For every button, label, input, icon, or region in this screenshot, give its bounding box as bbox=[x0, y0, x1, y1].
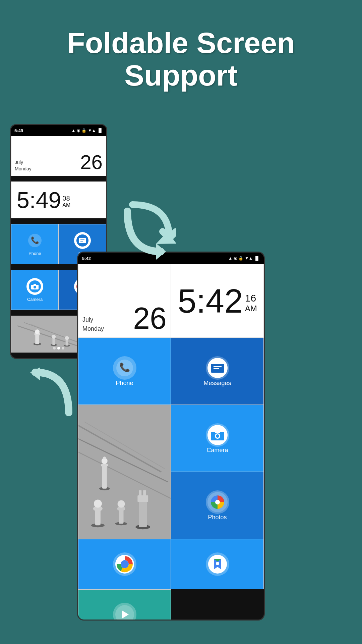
large-photo-tile bbox=[78, 405, 171, 539]
large-chess-photo bbox=[78, 405, 171, 539]
large-cal-day-number: 26 bbox=[133, 303, 167, 333]
small-calendar-tile: July Monday 26 bbox=[11, 136, 106, 176]
dot-3 bbox=[62, 347, 64, 350]
large-camera-icon bbox=[206, 423, 229, 447]
svg-point-68 bbox=[122, 561, 127, 567]
dot-2 bbox=[57, 347, 60, 350]
large-phone-icon: 📞 bbox=[113, 356, 136, 380]
large-messages-icon bbox=[206, 356, 229, 380]
svg-rect-25 bbox=[66, 339, 68, 345]
large-phone-app-label: Phone bbox=[116, 380, 133, 387]
large-camera-app[interactable]: Camera bbox=[171, 405, 264, 472]
small-cal-day-number: 26 bbox=[80, 152, 103, 172]
large-photos-app[interactable]: Photos bbox=[171, 472, 264, 539]
camera-icon bbox=[26, 278, 43, 295]
large-messages-app-label: Messages bbox=[203, 380, 231, 387]
svg-point-62 bbox=[216, 434, 219, 438]
svg-point-20 bbox=[35, 329, 40, 334]
large-status-icons: ▲ ◉ 🔒 ▼▲ ▐▌ bbox=[228, 256, 260, 261]
large-teal-app[interactable] bbox=[78, 589, 171, 621]
large-clock-time: 5:42 bbox=[178, 284, 243, 318]
small-status-time: 5:49 bbox=[14, 128, 23, 133]
svg-text:📞: 📞 bbox=[31, 236, 39, 244]
large-phone-grid: July Monday 26 5:42 16 AM bbox=[78, 264, 264, 620]
svg-rect-9 bbox=[34, 284, 36, 285]
small-cal-date: July Monday bbox=[15, 159, 32, 172]
large-camera-app-label: Camera bbox=[206, 447, 228, 454]
svg-rect-3 bbox=[79, 238, 86, 243]
svg-rect-45 bbox=[137, 495, 148, 502]
small-clock-ampm: AM bbox=[62, 202, 70, 208]
dot-1 bbox=[53, 347, 56, 350]
svg-rect-47 bbox=[143, 490, 146, 496]
large-status-time: 5:42 bbox=[82, 256, 91, 261]
svg-point-52 bbox=[103, 457, 106, 459]
large-clock-seconds: 16 bbox=[245, 292, 257, 304]
svg-point-65 bbox=[215, 500, 220, 504]
svg-rect-63 bbox=[215, 430, 220, 433]
chrome-icon bbox=[113, 552, 136, 576]
teal-app-icon bbox=[113, 603, 136, 621]
large-maps-app[interactable] bbox=[171, 539, 264, 589]
large-clock-detail: 16 AM bbox=[245, 288, 257, 313]
large-cal-date: July Monday bbox=[82, 315, 104, 333]
svg-rect-22 bbox=[52, 338, 55, 345]
large-messages-app[interactable]: Messages bbox=[171, 338, 264, 405]
svg-point-26 bbox=[65, 336, 69, 340]
small-clock-tile: 5:49 08 AM bbox=[11, 181, 106, 218]
maps-icon bbox=[206, 552, 229, 576]
small-status-bar: 5:49 ▲ ◉ 🔒 ▼▲ ▐▌ bbox=[11, 125, 106, 136]
phone-icon: 📞 bbox=[26, 232, 43, 249]
svg-point-38 bbox=[94, 500, 102, 508]
svg-point-8 bbox=[34, 286, 36, 288]
large-clock-ampm: AM bbox=[245, 304, 257, 313]
page-title: Foldable Screen Support bbox=[0, 0, 362, 112]
arrow-up-left bbox=[8, 366, 75, 427]
small-clock-seconds: 08 bbox=[62, 195, 70, 202]
large-photos-app-label: Photos bbox=[208, 514, 227, 521]
svg-rect-30 bbox=[78, 405, 171, 539]
small-phone-app[interactable]: 📞 Phone bbox=[11, 224, 59, 264]
title-line1: Foldable Screen bbox=[67, 26, 295, 59]
svg-rect-44 bbox=[139, 500, 147, 527]
messages-icon bbox=[74, 232, 91, 249]
large-phone-mockup: 5:42 ▲ ◉ 🔒 ▼▲ ▐▌ July Monday 26 5:42 16 … bbox=[77, 252, 265, 621]
svg-rect-46 bbox=[139, 490, 141, 496]
svg-point-23 bbox=[52, 335, 56, 339]
camera-app-label: Camera bbox=[27, 297, 43, 302]
small-clock-detail: 08 AM bbox=[62, 192, 70, 208]
large-photos-icon bbox=[206, 490, 229, 514]
large-calendar-tile: July Monday 26 bbox=[78, 264, 171, 338]
phone-app-label: Phone bbox=[28, 251, 41, 256]
large-clock-tile: 5:42 16 AM bbox=[171, 264, 264, 338]
small-camera-app[interactable]: Camera bbox=[11, 270, 59, 310]
arrow-right-down bbox=[121, 198, 181, 266]
svg-marker-28 bbox=[156, 243, 166, 260]
large-chrome-app[interactable] bbox=[78, 539, 171, 589]
svg-rect-49 bbox=[102, 465, 107, 489]
large-phone-app[interactable]: 📞 Phone bbox=[78, 338, 171, 405]
title-line2: Support bbox=[124, 59, 237, 92]
small-clock-time: 5:49 bbox=[17, 189, 61, 211]
svg-text:📞: 📞 bbox=[119, 362, 130, 373]
svg-point-42 bbox=[118, 500, 125, 508]
photo-dots bbox=[53, 347, 64, 350]
svg-point-70 bbox=[216, 562, 219, 565]
small-status-icons: ▲ ◉ 🔒 ▼▲ ▐▌ bbox=[71, 128, 103, 133]
